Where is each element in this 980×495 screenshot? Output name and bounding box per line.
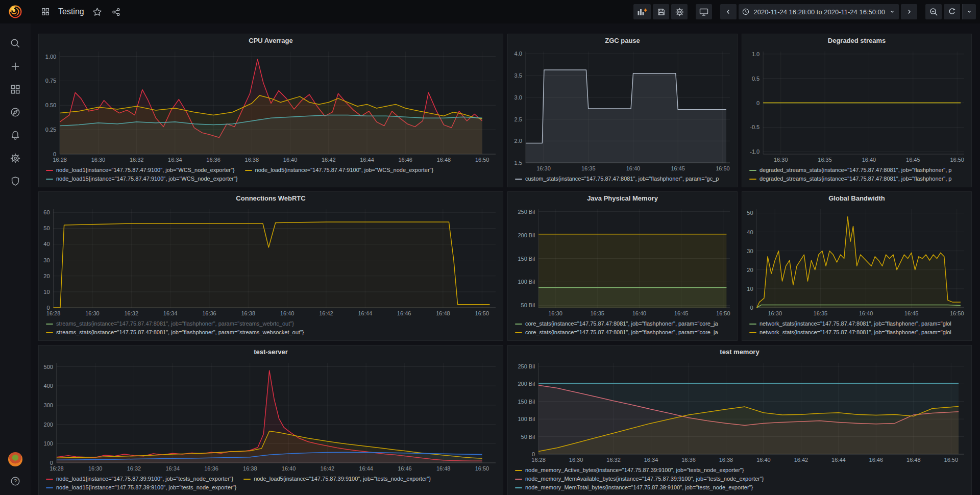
panel-title[interactable]: Connections WebRTC [39, 192, 503, 205]
axis-tick-label: 50 Bil [521, 302, 535, 308]
chart-area[interactable]: 16:3016:3516:4016:4516:5050 Bil100 Bil15… [510, 205, 735, 318]
axis-tick-label: 16:50 [716, 310, 730, 316]
axis-tick-label: 16:28 [531, 457, 546, 463]
axis-tick-label: 16:40 [280, 310, 295, 316]
grafana-logo[interactable] [0, 0, 31, 23]
side-menu: ? [0, 23, 31, 495]
axis-tick-label: 3.0 [514, 94, 522, 101]
time-range-label: 2020-11-24 16:28:00 to 2020-11-24 16:50:… [753, 8, 885, 16]
sidebar-item-alerting[interactable] [10, 130, 21, 141]
legend-item[interactable]: node_memory_MemAvailable_bytes{instance=… [515, 475, 764, 483]
time-back-button[interactable] [720, 4, 737, 19]
panel-cpu-averrage: CPU Averrage 16:2816:3016:3216:3416:3616… [38, 34, 503, 187]
chart-area[interactable]: 16:2816:3016:3216:3416:3616:3816:4016:42… [510, 359, 969, 464]
panel-degraded-streams: Degraded streams 16:3016:3516:4016:4516:… [742, 34, 972, 187]
sidebar-item-search[interactable] [10, 38, 21, 49]
chart-canvas[interactable]: 16:2816:3016:3216:3416:3616:3816:4016:42… [41, 47, 501, 164]
cycle-view-mode-button[interactable] [696, 4, 712, 19]
legend-item[interactable]: streams_stats{instance="147.75.87.47:808… [46, 328, 304, 337]
axis-tick-label: 500 [44, 364, 53, 370]
axis-tick-label: 16:30 [548, 310, 562, 316]
sidebar-bottom: ? [8, 452, 22, 495]
dashboard-grid-icon[interactable] [40, 6, 51, 17]
legend-item[interactable]: node_load1{instance="147.75.87.47:9100",… [46, 166, 235, 175]
axis-tick-label: 16:46 [869, 457, 884, 463]
chart-canvas[interactable]: 16:2816:3016:3216:3416:3616:3816:4016:42… [41, 359, 501, 473]
chart-canvas[interactable]: 16:2816:3016:3216:3416:3616:3816:4016:42… [41, 205, 501, 318]
legend-item[interactable]: core_stats{instance="147.75.87.47:8081",… [515, 319, 718, 328]
share-icon[interactable] [110, 6, 122, 18]
chart-area[interactable]: 16:3016:3516:4016:4516:5001020304050 [744, 205, 969, 318]
panel-title[interactable]: test-server [39, 345, 503, 359]
panel-title[interactable]: Degraded streams [742, 34, 971, 47]
save-dashboard-button[interactable] [653, 4, 669, 19]
chart-canvas[interactable]: 16:3016:3516:4016:4516:50-1.0-0.500.51.0 [744, 47, 969, 164]
user-avatar[interactable] [8, 452, 22, 466]
panel-title[interactable]: CPU Averrage [39, 34, 503, 47]
axis-tick-label: 200 [44, 422, 53, 428]
legend-item[interactable]: network_stats{instance="147.75.87.47:808… [749, 319, 951, 328]
legend-label: network_stats{instance="147.75.87.47:808… [760, 328, 951, 337]
axis-tick-label: 50 [747, 210, 753, 216]
legend-item[interactable]: node_load15{instance="147.75.87.47:9100"… [46, 175, 238, 183]
axis-tick-label: 16:40 [859, 310, 873, 316]
chart-area[interactable]: 16:3016:3516:4016:4516:50-1.0-0.500.51.0 [744, 47, 969, 164]
legend: node_load1{instance="147.75.87.39:9100",… [39, 473, 503, 495]
axis-tick-label: 16:38 [719, 457, 733, 463]
chart-area[interactable]: 16:3016:3516:4016:4516:501.52.02.53.03.5… [510, 47, 735, 173]
panel-title[interactable]: test memory [508, 345, 971, 359]
chart-canvas[interactable]: 16:3016:3516:4016:4516:5050 Bil100 Bil15… [510, 205, 735, 318]
axis-tick-label: 16:35 [590, 310, 604, 316]
plus-icon [10, 61, 21, 72]
legend-item[interactable]: core_stats{instance="147.75.87.47:8081",… [515, 328, 718, 337]
sidebar-item-dashboards[interactable] [10, 84, 21, 95]
axis-tick-label: 16:46 [397, 310, 411, 316]
legend-label: network_stats{instance="147.75.87.47:808… [760, 319, 951, 328]
axis-tick-label: 16:32 [127, 465, 141, 472]
zoom-out-time-button[interactable] [925, 4, 942, 19]
chart-canvas[interactable]: 16:3016:3516:4016:4516:5001020304050 [744, 205, 969, 318]
legend-item[interactable]: degraded_streams_stats{instance="147.75.… [749, 175, 951, 183]
axis-tick-label: 0 [46, 305, 50, 311]
chart-canvas[interactable]: 16:3016:3516:4016:4516:501.52.02.53.03.5… [510, 47, 735, 173]
time-range-picker[interactable]: 2020-11-24 16:28:00 to 2020-11-24 16:50:… [739, 4, 899, 19]
chart-area[interactable]: 16:2816:3016:3216:3416:3616:3816:4016:42… [41, 205, 501, 318]
legend-item[interactable]: degraded_streams_stats{instance="147.75.… [749, 166, 951, 175]
chart-area[interactable]: 16:2816:3016:3216:3416:3616:3816:4016:42… [41, 47, 501, 164]
legend-item[interactable]: node_load5{instance="147.75.87.47:9100",… [245, 166, 434, 175]
refresh-interval-dropdown[interactable] [962, 4, 976, 19]
sidebar-item-server-admin[interactable] [10, 176, 21, 187]
sidebar-item-help[interactable]: ? [10, 476, 21, 487]
add-panel-button[interactable] [633, 4, 651, 19]
axis-tick-label: 4.0 [514, 51, 522, 57]
axis-tick-label: 40 [43, 241, 50, 247]
chart-area[interactable]: 16:2816:3016:3216:3416:3616:3816:4016:42… [41, 359, 501, 473]
legend-item[interactable]: custom_stats{instance="147.75.87.47:8081… [515, 175, 719, 183]
axis-tick-label: 2.0 [514, 138, 522, 144]
time-forward-button[interactable] [901, 4, 917, 19]
dashboard-title[interactable]: Testing [58, 7, 84, 16]
legend-item[interactable]: node_load5{instance="147.75.87.39:9100",… [243, 475, 431, 483]
panel-title[interactable]: Java Physical Memory [508, 192, 737, 205]
legend-item[interactable]: node_memory_Active_bytes{instance="147.7… [515, 466, 744, 475]
axis-tick-label: 16:50 [475, 310, 489, 316]
dashboard-settings-button[interactable] [671, 4, 688, 19]
legend-item[interactable]: node_load1{instance="147.75.87.39:9100",… [46, 475, 233, 483]
legend-item[interactable]: node_load15{instance="147.75.87.39:9100"… [46, 483, 236, 492]
legend-item[interactable]: streams_stats{instance="147.75.87.47:808… [46, 319, 294, 328]
legend-item[interactable]: node_memory_MemTotal_bytes{instance="147… [515, 483, 753, 492]
star-icon[interactable] [91, 6, 103, 18]
refresh-button[interactable] [944, 4, 960, 19]
panel-title[interactable]: ZGC pause [508, 34, 737, 47]
axis-tick-label: 16:42 [321, 465, 335, 472]
chart-graphic [54, 222, 490, 308]
panel-title[interactable]: Global Bandwidth [742, 192, 971, 205]
shield-icon [10, 176, 21, 187]
sidebar-item-create[interactable] [10, 61, 21, 72]
chart-canvas[interactable]: 16:2816:3016:3216:3416:3616:3816:4016:42… [510, 359, 969, 464]
sidebar-item-explore[interactable] [10, 107, 21, 118]
chevron-right-icon [905, 8, 913, 16]
sidebar-item-configuration[interactable] [10, 153, 21, 164]
axis-tick-label: 16:48 [906, 457, 921, 463]
legend-item[interactable]: network_stats{instance="147.75.87.47:808… [749, 328, 951, 337]
